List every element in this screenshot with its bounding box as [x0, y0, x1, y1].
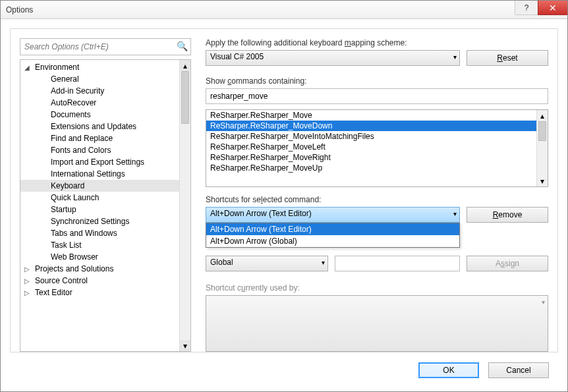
collapsed-icon: ▷ — [24, 266, 30, 273]
tree-sourcecontrol[interactable]: ▷Source Control — [20, 275, 190, 287]
assign-button[interactable]: Assign — [467, 256, 548, 271]
tree-syncsettings[interactable]: Synchronized Settings — [20, 215, 190, 227]
commands-listbox[interactable]: ReSharper.ReSharper_MoveReSharper.ReShar… — [206, 109, 548, 187]
collapsed-icon: ▷ — [24, 277, 30, 285]
tree-scrollbar[interactable]: ▴ ▾ — [179, 60, 190, 351]
shortcut-option[interactable]: Alt+Down Arrow (Global) — [206, 235, 459, 247]
scheme-select[interactable]: Visual C# 2005▾ — [206, 50, 460, 66]
tree-startup[interactable]: Startup — [20, 204, 190, 215]
shortcuts-dropdown-popup[interactable]: Alt+Down Arrow (Text Editor)Alt+Down Arr… — [206, 223, 460, 248]
tree-addin[interactable]: Add-in Security — [20, 85, 190, 97]
shortcuts-label: Shortcuts for selected command: — [206, 195, 548, 204]
scroll-up-icon[interactable]: ▴ — [537, 110, 548, 121]
tree-general[interactable]: General — [20, 73, 190, 85]
titlebar: Options ? ✕ — [1, 1, 567, 19]
tree-quicklaunch[interactable]: Quick Launch — [20, 192, 190, 204]
tree-projects[interactable]: ▷Projects and Solutions — [20, 263, 190, 275]
tree-extensions[interactable]: Extensions and Updates — [20, 121, 190, 132]
usedby-label: Shortcut currently used by: — [206, 283, 548, 293]
cancel-button[interactable]: Cancel — [488, 362, 549, 378]
expanded-icon: ◢ — [24, 64, 30, 71]
shortcuts-select[interactable]: Alt+Down Arrow (Text Editor)▾ — [206, 207, 460, 223]
command-list-item[interactable]: ReSharper.ReSharper_MoveIntoMatchingFile… — [206, 131, 548, 142]
dialog-footer: OK Cancel — [409, 362, 549, 378]
command-list-item[interactable]: ReSharper.ReSharper_MoveLeft — [206, 142, 548, 152]
scroll-down-icon[interactable]: ▾ — [180, 340, 190, 351]
chevron-down-icon: ▾ — [322, 259, 325, 266]
category-tree[interactable]: ◢Environment General Add-in Security Aut… — [20, 59, 191, 352]
chevron-down-icon: ▾ — [542, 298, 545, 306]
tree-texteditor[interactable]: ▷Text Editor — [20, 287, 190, 298]
scroll-down-icon[interactable]: ▾ — [537, 175, 548, 186]
command-list-item[interactable]: ReSharper.ReSharper_MoveRight — [206, 152, 548, 163]
reset-button[interactable]: Reset — [467, 50, 548, 66]
mapping-label: Apply the following additional keyboard … — [206, 38, 548, 47]
tree-findreplace[interactable]: Find and Replace — [20, 132, 190, 144]
commands-scrollbar[interactable]: ▴ ▾ — [536, 110, 548, 186]
close-button[interactable]: ✕ — [538, 1, 568, 15]
collapsed-icon: ▷ — [24, 289, 30, 296]
search-input[interactable] — [20, 38, 191, 55]
tree-environment[interactable]: ◢Environment — [20, 61, 190, 73]
command-list-item[interactable]: ReSharper.ReSharper_Move — [206, 110, 548, 121]
scroll-thumb[interactable] — [538, 121, 546, 141]
scroll-up-icon[interactable]: ▴ — [180, 60, 190, 71]
tree-documents[interactable]: Documents — [20, 109, 190, 121]
window-title: Options — [6, 5, 515, 14]
press-shortcut-input[interactable] — [335, 256, 460, 271]
command-list-item[interactable]: ReSharper.ReSharper_MoveDown — [206, 121, 548, 131]
content-area: 🔍 ◢Environment General Add-in Security A… — [10, 28, 558, 352]
chevron-down-icon: ▾ — [453, 210, 457, 217]
commands-filter-input[interactable] — [206, 88, 548, 104]
usedby-select[interactable]: ▾ — [206, 295, 548, 352]
tree-tasklist[interactable]: Task List — [20, 239, 190, 251]
search-icon: 🔍 — [177, 41, 188, 51]
command-list-item[interactable]: ReSharper.ReSharper_MoveUp — [206, 163, 548, 173]
chevron-down-icon: ▾ — [453, 53, 457, 61]
help-button[interactable]: ? — [515, 1, 538, 15]
tree-importexport[interactable]: Import and Export Settings — [20, 156, 190, 168]
scope-select[interactable]: Global▾ — [206, 256, 328, 271]
tree-intl[interactable]: International Settings — [20, 168, 190, 180]
tree-autorecover[interactable]: AutoRecover — [20, 97, 190, 109]
remove-button[interactable]: Remove — [467, 207, 548, 223]
tree-tabswindows[interactable]: Tabs and Windows — [20, 227, 190, 239]
tree-fontscolors[interactable]: Fonts and Colors — [20, 144, 190, 156]
ok-button[interactable]: OK — [418, 362, 479, 378]
scroll-thumb[interactable] — [181, 71, 189, 124]
left-panel: 🔍 ◢Environment General Add-in Security A… — [20, 38, 191, 352]
right-panel: Apply the following additional keyboard … — [191, 38, 548, 352]
shortcut-option[interactable]: Alt+Down Arrow (Text Editor) — [206, 223, 459, 235]
showcommands-label: Show commands containing: — [206, 76, 548, 86]
tree-keyboard[interactable]: Keyboard — [20, 180, 190, 192]
tree-webbrowser[interactable]: Web Browser — [20, 251, 190, 263]
